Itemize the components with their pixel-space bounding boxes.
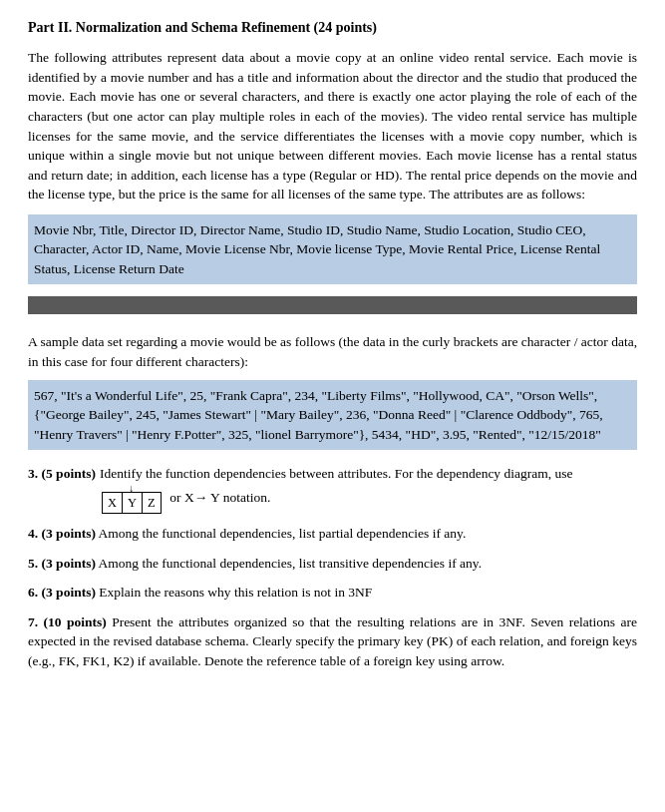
sample-intro: A sample data set regarding a movie woul…: [28, 332, 637, 371]
section-divider: [28, 296, 637, 314]
q3-label: 3. (5 points): [28, 464, 96, 484]
attributes-block: Movie Nbr, Title, Director ID, Director …: [28, 214, 637, 285]
question-3: 3. (5 points) Identify the function depe…: [28, 464, 637, 514]
dependency-diagram: ↓ X Y Z: [102, 484, 162, 514]
question-7: 7. (10 points) Present the attributes or…: [28, 612, 637, 671]
q3-content: Identify the function dependencies betwe…: [100, 464, 637, 514]
dep-cell-y: Y: [122, 493, 142, 513]
part-title: Part II. Normalization and Schema Refine…: [28, 18, 637, 38]
dep-cell-z: Z: [142, 493, 161, 513]
question-6: 6. (3 points) Explain the reasons why th…: [28, 583, 637, 603]
question-4: 4. (3 points) Among the functional depen…: [28, 524, 637, 544]
sample-data-block: 567, "It's a Wonderful Life", 25, "Frank…: [28, 380, 637, 451]
question-5: 5. (3 points) Among the functional depen…: [28, 554, 637, 574]
dep-cell-x: X: [103, 493, 122, 513]
dep-boxes: X Y Z: [102, 492, 162, 514]
intro-paragraph: The following attributes represent data …: [28, 48, 637, 204]
